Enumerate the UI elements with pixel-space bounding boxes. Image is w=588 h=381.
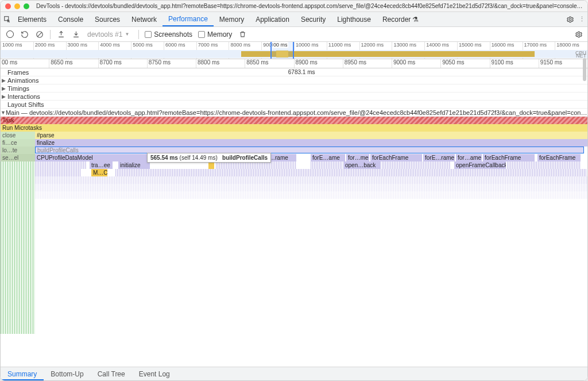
settings-gear-icon[interactable] xyxy=(566,16,574,24)
frames-time-label: 6783.1 ms xyxy=(288,69,315,75)
tooltip-name: buildProfileCalls xyxy=(222,155,268,161)
track-timings[interactable]: ▶ Timings xyxy=(1,84,587,93)
track-label: Interactions xyxy=(6,93,40,100)
upload-profile-button[interactable] xyxy=(56,30,65,39)
performance-toolbar: devtools #1 Screenshots Memory xyxy=(1,27,587,42)
flame-bar-foreame[interactable]: forE…ame xyxy=(311,154,345,161)
event-log-tab[interactable]: Event Log xyxy=(132,367,177,380)
inspect-icon[interactable] xyxy=(3,16,12,24)
record-button[interactable] xyxy=(5,30,14,39)
flame-bar-foreachframe3[interactable]: forEachFrame xyxy=(537,154,581,161)
flame-bar-forme[interactable]: for…me xyxy=(346,154,369,161)
close-window-button[interactable] xyxy=(5,3,11,9)
tab-console[interactable]: Console xyxy=(52,12,89,26)
track-frames[interactable]: Frames 6783.1 ms xyxy=(1,68,587,76)
more-icon[interactable]: ⋮ xyxy=(579,16,585,23)
flame-bar-parse[interactable]: #parse xyxy=(35,132,587,139)
session-label: devtools #1 xyxy=(87,30,122,39)
flame-chart[interactable]: close fi…ce lo…te se…el Task Run Microta… xyxy=(1,117,587,324)
flame-bar-buildprofilecalls-selected[interactable]: buildProfileCalls xyxy=(35,147,584,153)
memory-checkbox[interactable]: Memory xyxy=(198,30,232,39)
flame-bar-rame[interactable]: …rame xyxy=(268,154,296,161)
separator xyxy=(50,30,51,39)
track-label: Layout Shifts xyxy=(6,101,44,108)
checkbox-icon xyxy=(198,31,205,38)
flame-bar-forame[interactable]: for…ame xyxy=(456,154,482,161)
tab-security[interactable]: Security xyxy=(295,12,331,26)
zoom-window-button[interactable] xyxy=(24,3,29,9)
screenshots-checkbox[interactable]: Screenshots xyxy=(145,30,192,39)
track-label: Frames xyxy=(6,69,29,76)
flame-bar-mc[interactable]: M…C xyxy=(91,169,107,176)
track-animations[interactable]: ▶ Animations xyxy=(1,76,587,84)
gc-button[interactable] xyxy=(238,30,247,39)
capture-settings-gear-icon[interactable] xyxy=(575,30,583,39)
flame-bar[interactable] xyxy=(115,169,586,176)
track-layout-shifts[interactable]: Layout Shifts xyxy=(1,101,587,109)
track-main[interactable]: ▼ Main — devtools://devtools/bundled/dev… xyxy=(1,109,587,117)
flame-bar-foreachframe2[interactable]: forEachFrame xyxy=(483,154,535,161)
flame-bar-finalize[interactable]: finalize xyxy=(35,139,587,147)
ruler-tick: 8900 ms xyxy=(294,59,343,68)
flame-bar-initialize[interactable]: initialize xyxy=(118,161,150,169)
collapse-icon[interactable]: ▼ xyxy=(1,110,6,116)
ruler-tick: 8750 ms xyxy=(147,59,196,68)
tab-network[interactable]: Network xyxy=(126,12,163,26)
flame-bar-microtasks[interactable]: Run Microtasks xyxy=(1,124,587,132)
separator xyxy=(138,30,139,39)
window-titlebar: DevTools - devtools://devtools/bundled/d… xyxy=(1,1,587,12)
flame-bar-openframecallback[interactable]: openFrameCallback xyxy=(454,161,506,169)
flame-bar[interactable] xyxy=(507,161,581,169)
flame-bar-forerame[interactable]: forE…rame xyxy=(423,154,455,161)
devtools-tab-strip: Elements Console Sources Network Perform… xyxy=(1,12,587,27)
overview-timeline[interactable]: 1000 ms 2000 ms 3000 ms 4000 ms 5000 ms … xyxy=(1,42,587,59)
minimize-window-button[interactable] xyxy=(14,3,20,9)
tab-recorder-label: Recorder xyxy=(382,16,411,24)
svg-point-1 xyxy=(569,18,571,21)
bottom-up-tab[interactable]: Bottom-Up xyxy=(44,367,90,380)
download-profile-button[interactable] xyxy=(71,30,80,39)
track-list: Frames 6783.1 ms ▶ Animations ▶ Timings … xyxy=(1,68,587,117)
tab-performance[interactable]: Performance xyxy=(163,12,214,26)
call-tree-tab[interactable]: Call Tree xyxy=(91,367,132,380)
tab-recorder[interactable]: Recorder ⚗ xyxy=(377,12,424,26)
flame-bar[interactable] xyxy=(35,169,81,176)
ruler-tick: 9050 ms xyxy=(440,59,489,68)
session-dropdown[interactable]: devtools #1 xyxy=(86,30,133,39)
window-title: DevTools - devtools://devtools/bundled/d… xyxy=(36,3,583,9)
ruler-tick: 8800 ms xyxy=(196,59,245,68)
detail-ruler[interactable]: 00 ms 8650 ms 8700 ms 8750 ms 8800 ms 88… xyxy=(1,59,587,68)
summary-tab[interactable]: Summary xyxy=(1,367,44,380)
ruler-tick: 9150 ms xyxy=(539,59,587,68)
track-label: Timings xyxy=(6,85,29,92)
vertical-scrollbar[interactable] xyxy=(583,58,586,81)
reload-record-button[interactable] xyxy=(20,30,29,39)
tab-elements[interactable]: Elements xyxy=(12,12,52,26)
expand-icon[interactable]: ▶ xyxy=(1,86,6,91)
track-interactions[interactable]: ▶ Interactions xyxy=(1,93,587,101)
expand-icon[interactable]: ▶ xyxy=(1,78,6,83)
expand-icon[interactable]: ▶ xyxy=(1,94,6,99)
tab-memory[interactable]: Memory xyxy=(214,12,250,26)
flame-bar[interactable] xyxy=(35,161,87,169)
flame-tooltip: 565.54 ms (self 14.49 ms) buildProfileCa… xyxy=(147,153,271,163)
overview-selection[interactable]: 00 ms xyxy=(270,42,294,59)
flame-bar[interactable] xyxy=(311,161,342,169)
ruler-tick: 8700 ms xyxy=(98,59,147,68)
ruler-tick: 8950 ms xyxy=(343,59,392,68)
checkbox-icon xyxy=(145,31,152,38)
tab-sources[interactable]: Sources xyxy=(89,12,126,26)
selection-start-label: 00 ms xyxy=(273,42,288,48)
flame-bar-foreachframe[interactable]: forEachFrame xyxy=(370,154,422,161)
tab-application[interactable]: Application xyxy=(250,12,295,26)
flame-bar-task[interactable]: Task xyxy=(1,117,587,124)
ruler-tick: 8850 ms xyxy=(245,59,293,68)
tab-lighthouse[interactable]: Lighthouse xyxy=(331,12,377,26)
flask-icon: ⚗ xyxy=(412,16,419,24)
sidecol-hatch xyxy=(1,161,35,334)
clear-button[interactable] xyxy=(35,30,44,39)
flame-bar[interactable] xyxy=(382,161,451,169)
flame-bar-openback[interactable]: open…back xyxy=(343,161,381,169)
flame-bar-traee[interactable]: tra…ee xyxy=(90,161,113,169)
flame-detail-tabs: Summary Bottom-Up Call Tree Event Log xyxy=(1,367,587,380)
